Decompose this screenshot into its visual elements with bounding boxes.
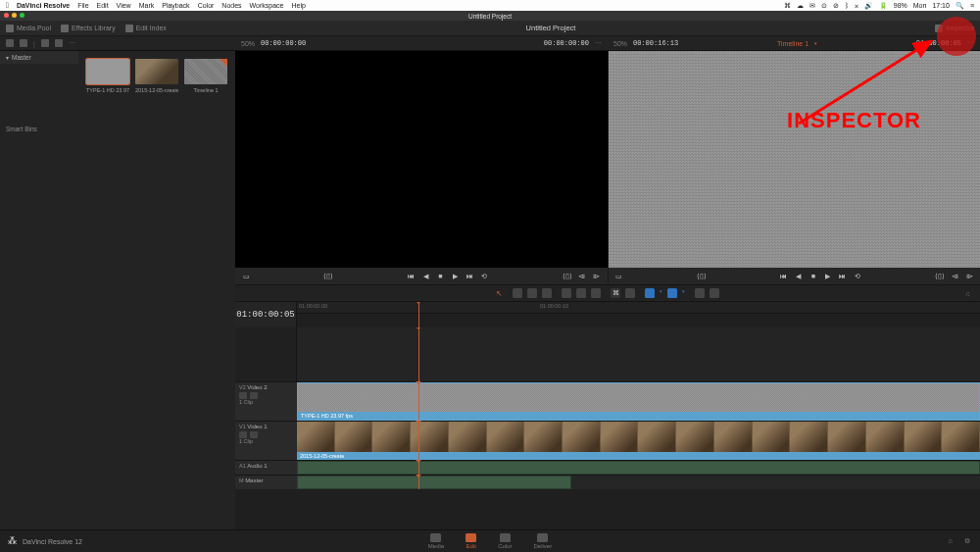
app-name[interactable]: DaVinci Resolve xyxy=(17,2,70,9)
settings-gear-icon[interactable]: ⚙ xyxy=(964,537,970,545)
status-icon[interactable]: ☁︎ xyxy=(797,2,804,10)
playhead[interactable] xyxy=(418,461,419,475)
flag-icon[interactable] xyxy=(625,288,635,298)
timeline-canvas[interactable] xyxy=(609,51,981,268)
status-icon[interactable]: ⊙ xyxy=(821,2,827,10)
jog-prev-icon[interactable]: ⧏ xyxy=(950,272,959,281)
edit-index-toggle[interactable]: Edit Index xyxy=(125,25,167,32)
playhead[interactable] xyxy=(418,302,419,327)
status-icon[interactable]: ⊘ xyxy=(833,2,839,10)
overwrite-icon[interactable] xyxy=(527,288,537,298)
menu-help[interactable]: Help xyxy=(291,2,305,9)
jog-next-icon[interactable]: ⧐ xyxy=(592,272,602,281)
menu-playback[interactable]: Playback xyxy=(162,2,189,9)
page-deliver[interactable]: Deliver xyxy=(534,533,553,549)
menu-extra-icon[interactable]: ≡ xyxy=(970,2,974,9)
marker-icon[interactable] xyxy=(667,288,677,298)
bin-master[interactable]: Master xyxy=(0,51,78,64)
snap-icon[interactable] xyxy=(645,288,655,298)
selection-tool-icon[interactable]: ↖ xyxy=(496,289,503,298)
playhead[interactable] xyxy=(418,422,419,460)
mark-in-icon[interactable]: ⟨▯⟩ xyxy=(323,272,333,281)
bin-list-icon[interactable] xyxy=(6,39,14,47)
timeline-selector[interactable]: Timeline 1 xyxy=(777,40,808,47)
clip-thumb[interactable]: 2015-12-05-create.m... xyxy=(135,59,178,93)
timeline-ruler[interactable]: 01:00:00:00 01:00:00:10 xyxy=(297,302,980,314)
link-icon[interactable]: ⌘ xyxy=(611,288,620,298)
menu-view[interactable]: View xyxy=(117,2,131,9)
track-head-v1[interactable]: V1 Video 1 1 Clip xyxy=(235,422,297,460)
track-enable-icon[interactable] xyxy=(250,431,258,438)
menu-nodes[interactable]: Nodes xyxy=(221,2,241,9)
search-icon[interactable] xyxy=(55,39,63,47)
jog-next-icon[interactable]: ⧐ xyxy=(964,272,974,281)
mixer-icon[interactable]: ♫ xyxy=(965,290,970,297)
playhead[interactable] xyxy=(418,382,419,421)
match-frame-icon[interactable]: ▭ xyxy=(241,272,251,281)
menu-color[interactable]: Color xyxy=(198,2,215,9)
timeline-clip[interactable]: TYPE-1 HD 23.97 fps xyxy=(297,382,980,421)
ripple-icon[interactable] xyxy=(576,288,586,298)
timeline-audio-clip[interactable] xyxy=(297,476,571,489)
timeline-clip[interactable]: 2015-12-05-create xyxy=(297,422,980,460)
insert-icon[interactable] xyxy=(513,288,522,298)
inspector-toggle[interactable]: Inspector xyxy=(935,25,974,32)
track-lane-v1[interactable]: 2015-12-05-create xyxy=(297,422,980,460)
mark-out-icon[interactable]: ⟨▯⟩ xyxy=(935,272,945,281)
home-icon[interactable]: ⌂ xyxy=(949,537,953,545)
playhead[interactable] xyxy=(418,476,419,489)
mark-out-icon[interactable]: ⟨▯⟩ xyxy=(563,272,572,281)
close-icon[interactable] xyxy=(4,13,9,18)
media-pool-toggle[interactable]: Media Pool xyxy=(6,25,51,32)
apple-menu-icon[interactable]:  xyxy=(6,1,9,10)
timeline-audio-clip[interactable] xyxy=(297,461,980,475)
zoom-icon[interactable] xyxy=(20,13,24,18)
menu-workspace[interactable]: Workspace xyxy=(250,2,284,9)
replace-icon[interactable] xyxy=(542,288,552,298)
sort-icon[interactable] xyxy=(41,39,49,47)
spotlight-icon[interactable]: 🔍 xyxy=(956,2,964,10)
loop-icon[interactable]: ⟲ xyxy=(853,272,862,281)
track-lane-master[interactable] xyxy=(297,476,980,489)
menu-file[interactable]: File xyxy=(77,2,88,9)
timeline-zoom[interactable]: 50% xyxy=(613,40,627,47)
status-icon[interactable]: ✉︎ xyxy=(809,2,815,10)
wifi-icon[interactable]: ⨉ xyxy=(855,2,858,10)
next-frame-icon[interactable]: ⏭ xyxy=(465,272,474,281)
bluetooth-icon[interactable]: ᛒ xyxy=(845,2,849,9)
jog-prev-icon[interactable]: ⧏ xyxy=(577,272,587,281)
first-frame-icon[interactable]: ⏮ xyxy=(406,272,416,281)
first-frame-icon[interactable]: ⏮ xyxy=(779,272,789,281)
next-frame-icon[interactable]: ⏭ xyxy=(838,272,848,281)
timeline-empty-area[interactable] xyxy=(297,327,980,381)
track-lock-icon[interactable] xyxy=(239,392,247,399)
bin-thumb-icon[interactable] xyxy=(20,39,27,47)
prev-frame-icon[interactable]: ◀ xyxy=(794,272,804,281)
play-icon[interactable]: ▶ xyxy=(450,272,460,281)
minimize-icon[interactable] xyxy=(12,13,17,18)
track-lane-a1[interactable] xyxy=(297,461,980,475)
effects-library-toggle[interactable]: Effects Library xyxy=(61,25,116,32)
menu-edit[interactable]: Edit xyxy=(97,2,109,9)
mark-in-icon[interactable]: ⟨▯⟩ xyxy=(697,272,707,281)
menu-mark[interactable]: Mark xyxy=(139,2,155,9)
stop-icon[interactable]: ■ xyxy=(808,272,818,281)
volume-icon[interactable]: 🔊 xyxy=(864,2,873,10)
loop-icon[interactable]: ⟲ xyxy=(479,272,489,281)
prev-frame-icon[interactable]: ◀ xyxy=(420,272,430,281)
track-enable-icon[interactable] xyxy=(250,392,258,399)
match-frame-icon[interactable]: ▭ xyxy=(614,272,624,281)
blade-icon[interactable] xyxy=(591,288,601,298)
battery-icon[interactable]: 🔋 xyxy=(879,2,888,10)
page-color[interactable]: Color xyxy=(498,533,512,549)
append-icon[interactable] xyxy=(562,288,571,298)
track-head-a1[interactable]: A1 Audio 1 xyxy=(235,461,297,475)
source-zoom[interactable]: 50% xyxy=(241,40,255,47)
stop-icon[interactable]: ■ xyxy=(435,272,445,281)
clip-thumb[interactable]: TYPE-1 HD 23.97 fps... xyxy=(86,59,129,93)
window-traffic-lights[interactable] xyxy=(4,13,24,18)
source-canvas[interactable] xyxy=(235,51,608,268)
track-head-master[interactable]: M Master xyxy=(235,476,297,489)
bin-smart-bins[interactable]: Smart Bins xyxy=(0,123,78,135)
playhead[interactable] xyxy=(418,327,419,381)
